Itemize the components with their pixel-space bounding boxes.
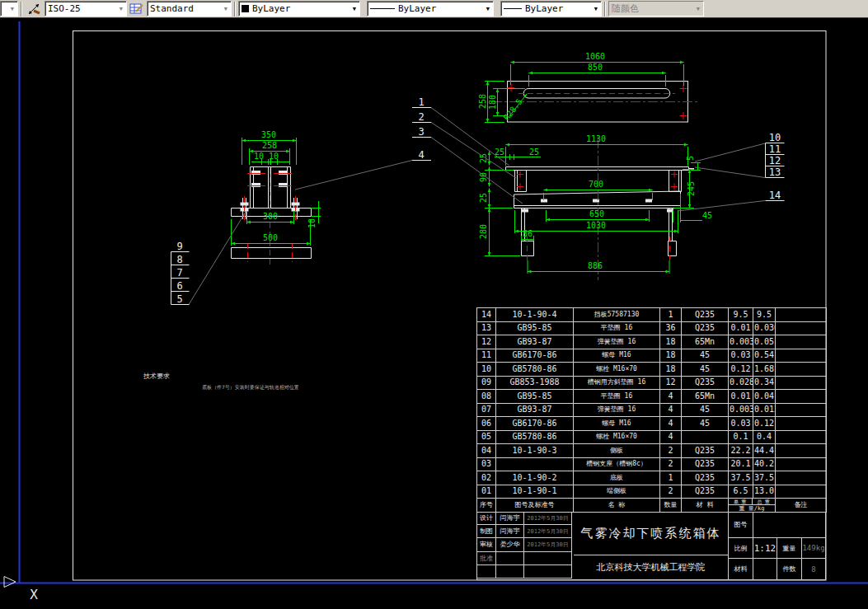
bom-material: Q235 <box>682 457 729 471</box>
bom-unit-weight: 37.5 <box>729 471 753 485</box>
bom-part-name: 槽钢支座（槽钢8c） <box>574 457 660 471</box>
top-view-geometry <box>492 82 699 123</box>
bom-remark <box>776 444 827 458</box>
bom-code: GB5780-86 <box>496 363 574 377</box>
svg-text:245: 245 <box>687 181 696 196</box>
bom-unit-weight: 0.003 <box>729 403 753 417</box>
bom-material: Q235 <box>682 321 729 335</box>
weight-value: 149kg <box>802 538 825 558</box>
bom-part-name: 弹簧垫圈 16 <box>574 403 660 417</box>
svg-text:底板（件7号）安装时要保证与轨道相对位置: 底板（件7号）安装时要保证与轨道相对位置 <box>202 384 299 391</box>
bom-header-qty: 数量 <box>660 499 682 513</box>
bom-row: 08 GB95-85 平垫圈 16 4 65Mn 0.01 0.04 <box>477 390 827 404</box>
chevron-down-icon[interactable]: ▼ <box>224 6 228 12</box>
svg-text:7: 7 <box>176 267 182 279</box>
count-value: 8 <box>802 559 825 579</box>
lineweight-glyph <box>504 8 522 9</box>
svg-text:45: 45 <box>702 211 712 220</box>
bom-row: 14 10-1-90-4 挡板57587130 1 Q235 9.5 9.5 <box>477 308 827 322</box>
bom-seq: 11 <box>477 349 496 363</box>
styles-combo-stub[interactable]: ▼ <box>0 1 18 16</box>
bom-part-name: 平垫圈 16 <box>574 390 660 404</box>
bom-material: 45 <box>682 417 729 431</box>
dim-style-combo[interactable]: ISO-25 ▼ <box>45 1 127 16</box>
bom-header-unit-weight: 单 重 <box>729 499 753 504</box>
bom-part-name: 侧板 <box>574 444 660 458</box>
bom-unit-weight: 22.2 <box>729 444 753 458</box>
sig-label: 审核 <box>477 538 496 551</box>
svg-text:3: 3 <box>418 126 424 138</box>
bom-total-weight: 9.5 <box>753 308 776 322</box>
chevron-down-icon[interactable]: ▼ <box>594 6 598 12</box>
svg-text:1060: 1060 <box>585 52 605 61</box>
lineweight-control-combo[interactable]: ByLayer ▼ <box>500 1 602 16</box>
dim-style-icon[interactable] <box>26 2 43 16</box>
text-style-combo[interactable]: Standard ▼ <box>147 1 232 16</box>
text-style-icon[interactable] <box>129 2 145 16</box>
bom-remark <box>776 390 827 404</box>
bom-remark <box>776 308 827 322</box>
bom-material: Q235 <box>682 471 729 485</box>
chevron-down-icon[interactable]: ▼ <box>353 6 357 12</box>
svg-text:258: 258 <box>262 141 277 150</box>
count-label: 件数 <box>777 559 802 579</box>
bom-row: 09 GB853-1988 槽钢用方斜垫圈 16 12 Q235 0.028 0… <box>477 376 827 390</box>
bom-header-weight-unit: 重 量/kg <box>729 505 775 512</box>
linetype-value: ByLayer <box>398 3 436 14</box>
bom-material: 65Mn <box>682 390 729 404</box>
bom-unit-weight: 0.01 <box>729 390 753 404</box>
chevron-down-icon[interactable]: ▼ <box>486 6 490 12</box>
svg-text:650: 650 <box>589 209 604 218</box>
svg-text:5: 5 <box>686 156 695 161</box>
bom-row: 10 GB5780-86 螺栓 M16×70 18 45 0.12 1.68 <box>477 363 827 377</box>
sig-label: 制图 <box>477 525 496 538</box>
svg-text:R28.5: R28.5 <box>502 97 524 122</box>
bom-total-weight: 0.34 <box>753 376 776 390</box>
bom-part-name: 挡板57587130 <box>574 308 660 322</box>
bom-seq: 02 <box>477 471 496 485</box>
bom-remark <box>776 417 827 431</box>
bom-header-remark: 备注 <box>776 499 827 513</box>
bom-qty: 4 <box>660 403 682 417</box>
bom-total-weight: 0.04 <box>753 390 776 404</box>
bom-header-seq: 序号 <box>477 499 496 513</box>
bom-material: Q235 <box>682 376 729 390</box>
bom-total-weight: 0.4 <box>753 430 776 444</box>
svg-text:8: 8 <box>176 254 182 265</box>
bom-header-row: 序号 图号及标准号 名 称 数量 材 料 单 重 总 重 重 量/kg 备注 <box>477 499 827 513</box>
bom-unit-weight: 0.028 <box>729 376 753 390</box>
toolbar: ▼ ISO-25 ▼ Standard ▼ ByLayer ▼ ByLayer … <box>0 0 868 18</box>
svg-text:1030: 1030 <box>586 221 606 230</box>
bom-code: GB93-87 <box>496 403 574 417</box>
bom-row: 11 GB6170-86 螺母 M16 18 45 0.03 0.54 <box>477 349 827 363</box>
bom-qty: 4 <box>660 390 682 404</box>
bom-code: GB95-85 <box>496 321 574 335</box>
bom-total-weight: 37.5 <box>753 471 776 485</box>
bom-part-name: 端侧板 <box>574 485 660 499</box>
svg-text:258: 258 <box>478 94 487 109</box>
sig-name <box>496 552 524 565</box>
svg-text:700: 700 <box>589 180 603 189</box>
bom-unit-weight: 9.5 <box>729 308 753 322</box>
bom-part-name: 底板 <box>574 471 660 485</box>
scale-value: 1:12 <box>753 538 777 558</box>
bom-material: Q235 <box>682 444 729 458</box>
bom-seq: 09 <box>477 376 496 390</box>
bom-seq: 05 <box>477 430 496 444</box>
bom-unit-weight: 20.1 <box>729 457 753 471</box>
chevron-down-icon: ▼ <box>697 6 701 12</box>
bom-total-weight: 44.4 <box>753 444 776 458</box>
chevron-down-icon[interactable]: ▼ <box>120 6 124 12</box>
chevron-down-icon: ▼ <box>11 6 15 12</box>
bom-code: 10-1-90-2 <box>496 471 574 485</box>
bom-header-material: 材 料 <box>682 499 729 513</box>
linetype-control-combo[interactable]: ByLayer ▼ <box>367 1 494 16</box>
bom-code: GB93-87 <box>496 335 574 349</box>
bom-seq: 06 <box>477 417 496 431</box>
color-control-combo[interactable]: ByLayer ▼ <box>238 1 360 16</box>
material-value <box>753 559 777 579</box>
svg-text:350: 350 <box>261 130 276 139</box>
bom-part-name: 弹簧垫圈 16 <box>574 335 660 349</box>
bom-material: Q235 <box>682 308 729 322</box>
sig-empty <box>524 565 572 579</box>
